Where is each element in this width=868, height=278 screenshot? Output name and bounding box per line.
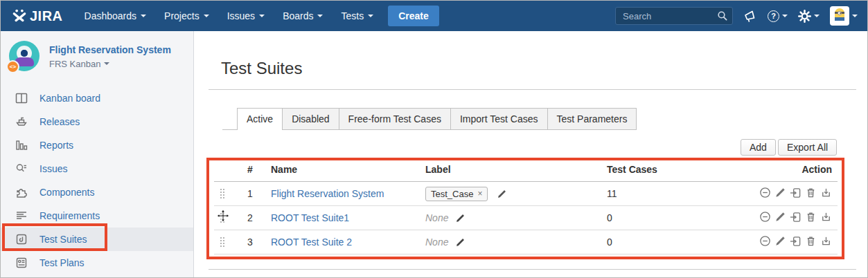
tab-disabled[interactable]: Disabled [282,108,339,129]
table-row: 1 Flight Reservation System Test_Case × … [214,182,838,206]
sidebar-item-label: Test Plans [39,257,85,268]
admin-menu[interactable] [798,10,820,23]
issues-icon [15,163,28,175]
suite-name-link[interactable]: ROOT Test Suite1 [271,212,349,223]
chevron-down-icon [259,15,265,17]
sidebar-item-issues[interactable]: Issues [1,157,193,180]
chevron-down-icon [204,15,209,17]
edit-label-icon[interactable] [455,237,466,248]
top-navbar: JIRA Dashboards Projects Issues Boards T… [1,1,867,31]
search-input[interactable] [615,7,733,25]
nav-boards[interactable]: Boards [274,1,332,31]
disable-icon[interactable] [759,235,771,247]
clipboard-arrow-icon[interactable] [790,187,801,198]
clipboard-arrow-icon[interactable] [790,211,801,223]
export-all-button[interactable]: Export All [778,139,837,156]
chevron-down-icon [104,62,109,65]
edit-label-icon[interactable] [455,213,466,223]
suite-name-link[interactable]: Flight Reservation System [271,188,384,199]
edit-icon[interactable] [774,211,786,223]
label-none: None [425,237,448,248]
sidebar-item-kanban-board[interactable]: Kanban board [1,86,193,110]
sidebar-item-requirements[interactable]: Requirements [1,204,193,228]
delete-icon[interactable] [805,211,817,223]
nav-issues[interactable]: Issues [218,1,274,31]
help-icon: ? [768,10,779,22]
project-name-link[interactable]: Flight Reservation System [49,44,171,57]
search-container [615,7,733,25]
test-suites-icon [15,233,28,245]
chip-remove-icon[interactable]: × [477,189,482,198]
nav-dashboards-label: Dashboards [85,10,137,21]
sidebar-item-label: Requirements [39,210,100,221]
disable-icon[interactable] [759,187,771,198]
jira-logo[interactable]: JIRA [12,8,63,24]
nav-tests[interactable]: Tests [332,1,382,31]
edit-icon[interactable] [774,235,786,247]
tab-free-form-test-cases[interactable]: Free-form Test Cases [339,108,451,129]
sidebar-item-test-plans[interactable]: Test Plans [1,251,193,275]
row-number: 2 [242,206,265,230]
navbar-menu: Dashboards Projects Issues Boards Tests [76,1,383,31]
logo-text: JIRA [30,8,63,24]
drag-handle[interactable] [220,237,226,248]
sidebar-item-components[interactable]: Components [1,180,193,204]
nav-projects-label: Projects [164,10,200,21]
export-icon[interactable] [820,187,832,198]
jira-test-suites-screen: JIRA Dashboards Projects Issues Boards T… [0,0,868,278]
sidebar-item-label: Reports [39,140,73,151]
search-icon[interactable] [717,10,728,21]
help-menu[interactable]: ? [768,10,788,22]
delete-icon[interactable] [805,187,817,198]
page-title: Test Suites [221,59,302,78]
tab-active[interactable]: Active [237,108,283,130]
chevron-down-icon [368,15,373,17]
sidebar-item-releases[interactable]: Releases [1,110,193,133]
user-menu[interactable] [830,6,858,26]
clipboard-arrow-icon[interactable] [790,235,801,247]
requirements-icon [15,210,28,222]
project-sidebar: <> Flight Reservation System FRS Kanban … [1,31,194,278]
gear-icon [798,10,811,23]
disable-icon[interactable] [759,211,771,223]
user-avatar [830,6,849,26]
export-icon[interactable] [820,235,832,247]
chevron-down-icon [141,15,146,17]
add-button[interactable]: Add [741,139,776,156]
row-number: 3 [242,230,265,254]
board-switcher[interactable]: FRS Kanban [49,58,171,71]
edit-icon[interactable] [774,187,786,198]
nav-tests-label: Tests [341,10,364,21]
edit-label-icon[interactable] [497,189,507,199]
label-chip: Test_Case × [425,187,488,201]
announcements-button[interactable] [743,9,757,23]
delete-icon[interactable] [805,235,817,247]
tab-import-test-cases[interactable]: Import Test Cases [450,108,548,129]
main-content: Test Suites Active Disabled Free-form Te… [195,31,868,278]
nav-projects[interactable]: Projects [155,1,218,31]
releases-icon [15,115,28,128]
drag-handle[interactable] [220,212,226,224]
chevron-down-icon [814,15,820,17]
test-suites-table: # Name Label Test Cases Action 1 Flight … [214,161,838,254]
row-actions [759,211,832,223]
sidebar-item-label: Components [39,187,94,198]
nav-dashboards[interactable]: Dashboards [76,1,156,31]
create-button[interactable]: Create [388,6,439,26]
chevron-down-icon [782,15,788,17]
tab-test-parameters[interactable]: Test Parameters [547,108,637,129]
drag-handle[interactable] [220,188,226,200]
jira-logo-icon [12,8,27,24]
sidebar-item-label: Releases [39,116,80,127]
board-name-label: FRS Kanban [49,58,100,71]
nav-issues-label: Issues [227,10,255,21]
table-row: 2 ROOT Test Suite1 None 0 [214,206,838,230]
title-divider [209,89,856,90]
chevron-down-icon [317,15,323,17]
row-actions [759,187,832,198]
sidebar-item-test-suites[interactable]: Test Suites [1,228,193,251]
sidebar-item-reports[interactable]: Reports [1,133,193,157]
header-name: Name [265,161,420,182]
export-icon[interactable] [820,211,832,223]
suite-name-link[interactable]: ROOT Test Suite 2 [271,237,352,248]
